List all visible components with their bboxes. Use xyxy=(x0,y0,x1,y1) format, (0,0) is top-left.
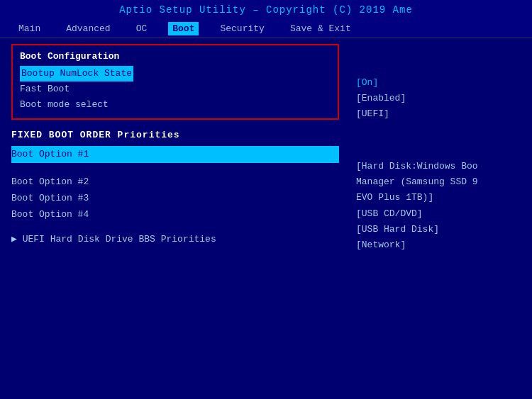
title-text: Aptio Setup Utility – Copyright (C) 2019… xyxy=(119,4,413,16)
bootmode-value: [UEFI] xyxy=(356,106,521,122)
boot-config-box: Boot Configuration Bootup NumLock State … xyxy=(11,44,339,120)
boot-val-1c: EVO Plus 1TB)] xyxy=(356,190,521,206)
numlock-value: [On] xyxy=(356,75,521,91)
left-panel: Boot Configuration Bootup NumLock State … xyxy=(11,44,350,389)
bootmode-item[interactable]: Boot mode select xyxy=(20,97,331,113)
boot-option-2[interactable]: Boot Option #2 xyxy=(11,174,339,190)
nav-security[interactable]: Security xyxy=(216,22,268,35)
nav-advanced[interactable]: Advanced xyxy=(62,22,114,35)
boot-config-title: Boot Configuration xyxy=(20,51,331,62)
fixed-order-title: FIXED BOOT ORDER Priorities xyxy=(11,130,339,140)
boot-val-1b: Manager (Samsung SSD 9 xyxy=(356,174,521,190)
nav-bar[interactable]: Main Advanced OC Boot Security Save & Ex… xyxy=(0,20,532,38)
boot-values: [Hard Disk:Windows Boo Manager (Samsung … xyxy=(356,159,521,253)
fixed-order-section: FIXED BOOT ORDER Priorities Boot Option … xyxy=(11,130,339,245)
right-panel: [On] [Enabled] [UEFI] [Hard Disk:Windows… xyxy=(350,44,521,389)
bios-screen: Aptio Setup Utility – Copyright (C) 2019… xyxy=(0,0,532,399)
nav-boot[interactable]: Boot xyxy=(168,22,199,35)
boot-option-1[interactable]: Boot Option #1 xyxy=(11,146,339,162)
boot-val-3: [USB Hard Disk] xyxy=(356,222,521,237)
boot-val-4: [Network] xyxy=(356,237,521,253)
nav-main[interactable]: Main xyxy=(14,22,45,35)
boot-option-4[interactable]: Boot Option #4 xyxy=(11,206,339,223)
boot-val-1a: [Hard Disk:Windows Boo xyxy=(356,159,521,174)
main-content: Boot Configuration Bootup NumLock State … xyxy=(0,38,532,395)
config-values: [On] [Enabled] [UEFI] xyxy=(356,44,521,122)
boot-option-3[interactable]: Boot Option #3 xyxy=(11,190,339,206)
fastboot-value: [Enabled] xyxy=(356,91,521,106)
boot-val-2: [USB CD/DVD] xyxy=(356,206,521,222)
numlock-item[interactable]: Bootup NumLock State xyxy=(20,66,133,82)
title-bar: Aptio Setup Utility – Copyright (C) 2019… xyxy=(0,0,532,20)
uefi-priorities[interactable]: UEFI Hard Disk Drive BBS Priorities xyxy=(11,233,339,245)
nav-oc[interactable]: OC xyxy=(132,22,152,35)
nav-save-exit[interactable]: Save & Exit xyxy=(286,22,355,35)
fastboot-item[interactable]: Fast Boot xyxy=(20,82,331,97)
